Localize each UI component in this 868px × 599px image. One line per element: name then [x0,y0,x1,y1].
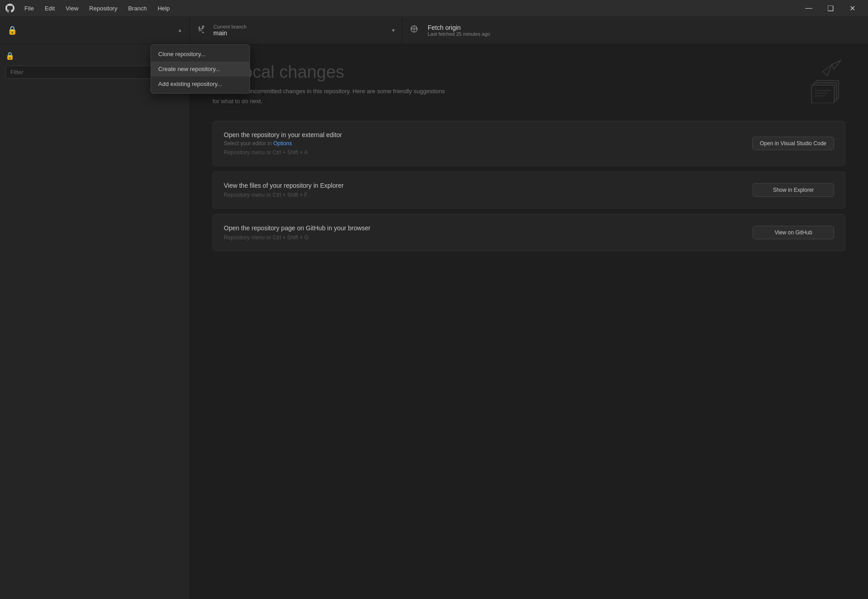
create-new-repository-item[interactable]: Create new repository... [151,62,250,76]
menu-help[interactable]: Help [153,3,175,14]
maximize-button[interactable]: ❑ [820,0,841,16]
page-subtitle: There are no uncommitted changes in this… [212,86,529,106]
external-editor-text: Open the repository in your external edi… [224,131,342,156]
menu-view[interactable]: View [61,3,83,14]
app-logo [5,4,14,13]
view-on-github-button[interactable]: View on GitHub [753,226,834,239]
lock-icon: 🔒 [7,25,17,35]
content-area: No local changes There are no uncommitte… [190,44,868,599]
menu-branch[interactable]: Branch [123,3,151,14]
external-editor-subtitle: Select your editor in Options [224,140,342,147]
fetch-subtitle: Last fetched 25 minutes ago [428,31,490,37]
main-layout: 🔒 Add No local changes [0,44,868,599]
menu-edit[interactable]: Edit [40,3,59,14]
show-in-explorer-button[interactable]: Show in Explorer [753,183,834,197]
illustration [791,58,845,103]
toolbar: 🔒 ▲ Current branch main ▾ Fetch origin L… [0,16,868,44]
explorer-text: View the files of your repository in Exp… [224,182,344,198]
github-title: Open the repository page on GitHub in yo… [224,224,371,232]
external-editor-card: Open the repository in your external edi… [212,121,845,166]
menu-repository[interactable]: Repository [85,3,122,14]
branch-label: Current branch [213,24,387,29]
github-shortcut: Repository menu or Ctrl + Shift + G [224,234,371,241]
repository-selector[interactable]: 🔒 ▲ [0,16,190,44]
external-editor-title: Open the repository in your external edi… [224,131,342,138]
add-repository-dropdown: Clone repository... Create new repositor… [151,44,250,94]
subtitle-line2: for what to do next. [212,98,263,105]
filter-input[interactable] [5,66,156,79]
fetch-icon [410,24,419,36]
explorer-card: View the files of your repository in Exp… [212,171,845,209]
page-title: No local changes [212,62,845,82]
branch-icon [197,25,205,35]
close-button[interactable]: ✕ [842,0,863,16]
branch-chevron: ▾ [392,27,395,33]
github-text: Open the repository page on GitHub in yo… [224,224,371,241]
title-bar: File Edit View Repository Branch Help — … [0,0,868,16]
open-vscode-button[interactable]: Open in Visual Studio Code [752,137,834,150]
add-existing-repository-item[interactable]: Add existing repository... [151,76,250,91]
menu-bar: File Edit View Repository Branch Help [20,3,174,14]
repo-chevron-up: ▲ [178,28,182,33]
svg-rect-2 [811,85,834,103]
window-controls: — ❑ ✕ [798,0,863,16]
minimize-button[interactable]: — [798,0,819,16]
external-editor-shortcut: Repository menu or Ctrl + Shift + A [224,149,342,156]
branch-selector[interactable]: Current branch main ▾ [190,16,402,44]
fetch-origin-button[interactable]: Fetch origin Last fetched 25 minutes ago [402,16,615,44]
fetch-title: Fetch origin [428,24,490,31]
explorer-shortcut: Repository menu or Ctrl + Shift + F [224,192,344,198]
menu-file[interactable]: File [20,3,38,14]
branch-value: main [213,29,387,37]
sidebar-lock-icon: 🔒 [5,52,14,60]
explorer-title: View the files of your repository in Exp… [224,182,344,189]
github-card: Open the repository page on GitHub in yo… [212,214,845,251]
options-link[interactable]: Options [273,140,292,147]
clone-repository-item[interactable]: Clone repository... [151,47,250,62]
sidebar: 🔒 Add [0,44,190,599]
